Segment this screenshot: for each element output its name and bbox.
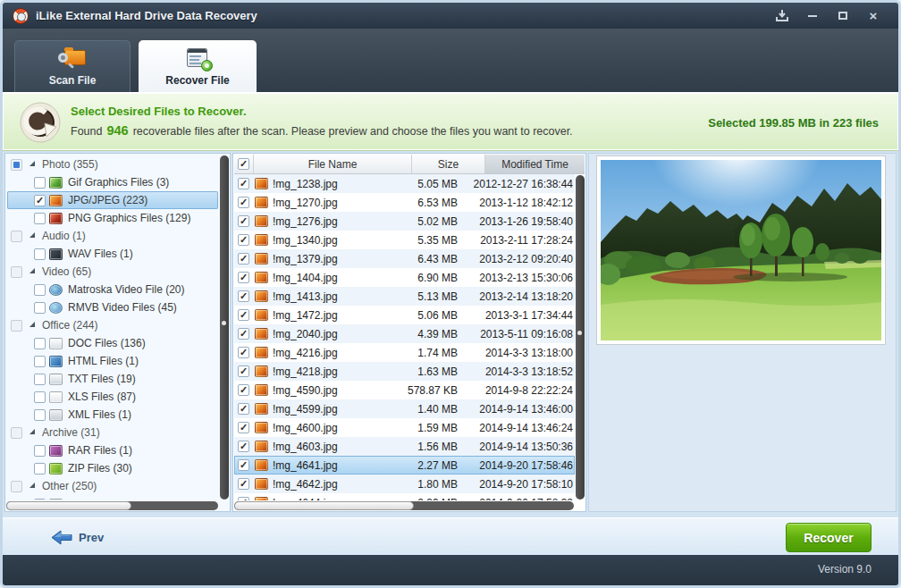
tree-item-photo-355[interactable]: Photo (355) (7, 155, 218, 173)
table-row[interactable]: ✓!mg_2040.jpg4.39 MB2013-5-11 09:16:08 (234, 324, 575, 343)
column-header-modified-time[interactable]: Modified Time (485, 155, 585, 173)
row-checkbox[interactable]: ✓ (238, 422, 249, 433)
table-vertical-scrollbar[interactable] (576, 175, 585, 500)
tree-checkbox[interactable] (11, 231, 22, 242)
prev-button[interactable]: Prev (52, 526, 104, 548)
row-checkbox[interactable]: ✓ (238, 459, 249, 471)
row-checkbox[interactable]: ✓ (238, 347, 249, 358)
row-checkbox[interactable]: ✓ (238, 441, 249, 452)
table-row[interactable]: ✓!mg_4641.jpg2.27 MB2014-9-20 17:58:46 (234, 456, 575, 475)
tree-checkbox[interactable] (11, 266, 22, 278)
table-row[interactable]: ✓!mg_1270.jpg6.53 MB2013-1-12 18:42:12 (234, 193, 575, 212)
tree-vertical-scrollbar[interactable] (220, 155, 229, 500)
row-checkbox[interactable]: ✓ (238, 497, 249, 500)
tree-checkbox[interactable] (34, 391, 46, 403)
tree-checkbox[interactable] (11, 481, 22, 492)
row-checkbox[interactable]: ✓ (238, 403, 249, 415)
table-row[interactable]: ✓!mg_4644.jpg2.39 MB2014-9-20 17:58:32 (234, 493, 575, 500)
expand-arrow-icon[interactable] (29, 483, 35, 488)
expand-arrow-icon[interactable] (29, 429, 35, 434)
tree-item-0-files-2[interactable]: 0 Files (2) (7, 495, 218, 500)
row-checkbox[interactable]: ✓ (238, 309, 249, 321)
tree-item-txt-files-19[interactable]: TXT Files (19) (7, 370, 218, 388)
table-row[interactable]: ✓!mg_1404.jpg6.90 MB2013-2-13 15:30:06 (234, 268, 575, 287)
tree-checkbox[interactable] (34, 302, 46, 314)
expand-arrow-icon[interactable] (29, 161, 35, 166)
tree-checkbox[interactable] (11, 320, 22, 332)
tree-item-matroska-video-file-20[interactable]: Matroska Video File (20) (7, 281, 218, 298)
table-row[interactable]: ✓!mg_4600.jpg1.59 MB2014-9-14 13:46:24 (234, 418, 575, 437)
tree-item-gif-graphics-files-3[interactable]: Gif Graphics Files (3) (7, 173, 218, 191)
tree-checkbox[interactable] (34, 284, 46, 296)
column-header-size[interactable]: Size (412, 155, 485, 173)
tree-item-archive-31[interactable]: Archive (31) (7, 424, 218, 441)
tree-checkbox[interactable]: ✓ (34, 195, 46, 206)
row-checkbox[interactable]: ✓ (238, 197, 249, 208)
maximize-button[interactable] (832, 8, 854, 24)
table-row[interactable]: ✓!mg_1276.jpg5.02 MB2013-1-26 19:58:40 (234, 212, 575, 231)
table-row[interactable]: ✓!mg_4216.jpg1.74 MB2014-3-3 13:18:00 (234, 343, 575, 362)
tree-item-html-files-1[interactable]: HTML Files (1) (7, 352, 218, 370)
row-checkbox[interactable]: ✓ (238, 290, 249, 302)
tree-item-png-graphics-files-129[interactable]: PNG Graphics Files (129) (7, 209, 218, 227)
minimize-button[interactable] (802, 8, 823, 24)
tree-item-jpg-jpeg-223[interactable]: ✓JPG/JPEG (223) (7, 191, 218, 209)
row-checkbox[interactable]: ✓ (238, 215, 249, 227)
tree-item-xls-files-87[interactable]: XLS Files (87) (7, 388, 218, 406)
tree-checkbox[interactable] (34, 213, 46, 224)
tree-item-zip-files-30[interactable]: ZIP Files (30) (7, 459, 218, 477)
tree-checkbox[interactable] (34, 445, 46, 457)
table-row[interactable]: ✓!mg_1413.jpg5.13 MB2013-2-14 13:18:20 (234, 287, 575, 306)
tree-checkbox[interactable] (11, 427, 22, 439)
tab-scan-file[interactable]: Scan File (14, 40, 131, 92)
tree-checkbox[interactable] (34, 338, 46, 349)
update-button[interactable] (771, 8, 793, 24)
tree-item-doc-files-136[interactable]: DOC Files (136) (7, 334, 218, 352)
tree-horizontal-scrollbar[interactable] (6, 501, 218, 510)
table-row[interactable]: ✓!mg_4590.jpg578.87 KB2014-9-8 22:22:24 (234, 381, 575, 399)
tree-checkbox[interactable] (34, 463, 46, 475)
table-row[interactable]: ✓!mg_4642.jpg1.80 MB2014-9-20 17:58:10 (234, 475, 575, 493)
tree-checkbox[interactable] (34, 499, 46, 500)
scrollbar-thumb[interactable] (576, 175, 585, 500)
tree-item-video-65[interactable]: Video (65) (7, 263, 218, 281)
tree-item-wav-files-1[interactable]: WAV Files (1) (7, 245, 218, 263)
table-horizontal-scrollbar[interactable] (234, 501, 574, 510)
tree-item-office-244[interactable]: Office (244) (7, 316, 218, 334)
expand-arrow-icon[interactable] (29, 322, 35, 327)
table-row[interactable]: ✓!mg_1340.jpg5.35 MB2013-2-11 17:28:24 (234, 231, 575, 249)
tree-checkbox[interactable] (11, 159, 22, 171)
tree-item-audio-1[interactable]: Audio (1) (7, 227, 218, 245)
row-checkbox[interactable]: ✓ (238, 478, 249, 490)
tree-item-xml-files-1[interactable]: XML Files (1) (7, 406, 218, 424)
table-row[interactable]: ✓!mg_1379.jpg6.43 MB2013-2-12 09:20:40 (234, 249, 575, 268)
tree-item-rar-files-1[interactable]: RAR Files (1) (7, 441, 218, 459)
table-row[interactable]: ✓!mg_1238.jpg5.05 MB2012-12-27 16:38:44 (234, 174, 575, 193)
row-checkbox[interactable]: ✓ (238, 178, 249, 189)
table-row[interactable]: ✓!mg_4218.jpg1.63 MB2014-3-3 13:18:52 (234, 362, 575, 381)
row-checkbox[interactable]: ✓ (238, 234, 249, 246)
row-checkbox[interactable]: ✓ (238, 384, 249, 396)
table-row[interactable]: ✓!mg_4603.jpg1.56 MB2014-9-14 13:50:36 (234, 437, 575, 456)
table-row[interactable]: ✓!mg_4599.jpg1.40 MB2014-9-14 13:46:00 (234, 399, 575, 418)
close-button[interactable]: × (863, 8, 884, 24)
column-header-file-name[interactable]: File Name (254, 155, 412, 173)
tree-checkbox[interactable] (34, 248, 46, 260)
scrollbar-thumb[interactable] (6, 501, 131, 510)
select-all-checkbox[interactable]: ✓ (238, 158, 249, 170)
tree-checkbox[interactable] (34, 409, 46, 421)
expand-arrow-icon[interactable] (29, 268, 35, 273)
tree-checkbox[interactable] (34, 374, 46, 385)
row-checkbox[interactable]: ✓ (238, 328, 249, 340)
tree-item-rmvb-video-files-45[interactable]: RMVB Video Files (45) (7, 298, 218, 316)
table-row[interactable]: ✓!mg_1472.jpg5.06 MB2013-3-1 17:34:44 (234, 306, 575, 324)
row-checkbox[interactable]: ✓ (238, 272, 249, 283)
row-checkbox[interactable]: ✓ (238, 253, 249, 265)
recover-button[interactable]: Recover (786, 523, 872, 552)
tree-item-other-250[interactable]: Other (250) (7, 477, 218, 495)
tree-checkbox[interactable] (34, 356, 46, 367)
tab-recover-file[interactable]: Recover File (139, 40, 257, 92)
tree-checkbox[interactable] (34, 177, 46, 189)
expand-arrow-icon[interactable] (29, 232, 35, 238)
scrollbar-thumb[interactable] (234, 501, 414, 510)
